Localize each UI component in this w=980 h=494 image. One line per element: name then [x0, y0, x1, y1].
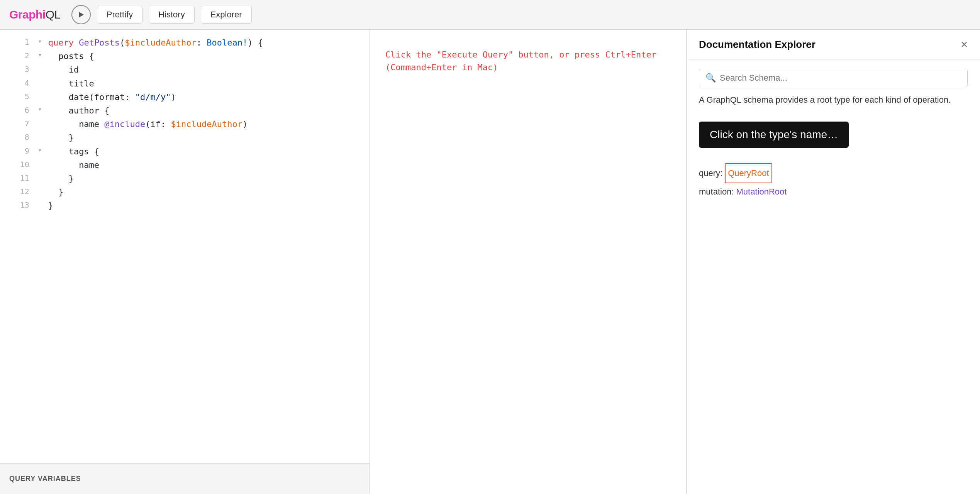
line-arrow: ▾ [36, 104, 48, 117]
tooltip-box: Click on the type's name… [699, 122, 849, 148]
docs-header: Documentation Explorer × [687, 30, 980, 59]
explorer-button[interactable]: Explorer [201, 6, 252, 24]
results-line2: (Command+Enter in Mac) [385, 63, 498, 72]
history-button[interactable]: History [149, 6, 194, 24]
line-arrow [36, 77, 48, 90]
main-content: 1▾query GetPosts($includeAuthor: Boolean… [0, 30, 980, 494]
code-token: name [48, 119, 105, 129]
code-line: 6▾ author { [0, 104, 370, 117]
line-arrow: ▾ [36, 49, 48, 63]
line-number: 10 [0, 158, 36, 172]
line-arrow [36, 63, 48, 76]
code-line: 4 title [0, 77, 370, 90]
docs-schema: query:QueryRootmutation:MutationRoot [687, 154, 980, 210]
execute-button[interactable] [71, 5, 91, 24]
code-token: $includeAuthor [125, 38, 196, 47]
docs-search-bar: 🔍 [699, 69, 968, 87]
code-token: GetPosts [79, 38, 120, 47]
app-title: GraphiQL [9, 8, 61, 21]
line-content: date(format: "d/m/y") [48, 90, 370, 104]
tooltip-overlay: Click on the type's name… [699, 122, 968, 148]
line-arrow [36, 172, 48, 185]
code-token: ) { [248, 38, 263, 47]
code-line: 8 } [0, 131, 370, 144]
line-arrow [36, 158, 48, 172]
code-line: 5 date(format: "d/m/y") [0, 90, 370, 104]
line-arrow [36, 117, 48, 131]
line-number: 7 [0, 117, 36, 131]
line-number: 13 [0, 199, 36, 212]
schema-type-link[interactable]: QueryRoot [725, 163, 772, 183]
code-token: author { [48, 106, 110, 115]
line-number: 6 [0, 104, 36, 117]
code-line: 2▾ posts { [0, 49, 370, 63]
code-token: query [48, 38, 79, 47]
line-number: 12 [0, 185, 36, 199]
code-token: "d/m/y" [135, 92, 171, 102]
results-line1: Click the "Execute Query" button, or pre… [385, 50, 656, 59]
line-content: author { [48, 104, 370, 117]
code-token: ) [171, 92, 176, 102]
code-token: id [48, 65, 79, 74]
line-arrow [36, 131, 48, 144]
line-number: 4 [0, 77, 36, 90]
code-token: name [48, 160, 99, 170]
code-token: @include [104, 119, 145, 129]
line-content: id [48, 63, 370, 76]
code-token: Boolean! [207, 38, 248, 47]
line-content: tags { [48, 145, 370, 158]
code-token: tags { [48, 147, 99, 156]
line-content: } [48, 199, 370, 212]
query-variables-bar: QUERY VARIABLES [0, 463, 370, 494]
results-pane: Click the "Execute Query" button, or pre… [370, 30, 687, 494]
line-number: 3 [0, 63, 36, 76]
query-vars-label: QUERY VARIABLES [9, 475, 81, 483]
code-token: } [48, 201, 53, 210]
code-token: } [48, 187, 64, 197]
docs-title: Documentation Explorer [699, 39, 816, 51]
line-number: 11 [0, 172, 36, 185]
code-line: 9▾ tags { [0, 145, 370, 158]
code-line: 12 } [0, 185, 370, 199]
line-arrow [36, 185, 48, 199]
line-content: name @include(if: $includeAuthor) [48, 117, 370, 131]
search-icon: 🔍 [705, 73, 716, 83]
code-line: 11 } [0, 172, 370, 185]
docs-close-button[interactable]: × [961, 39, 968, 50]
code-token: } [48, 133, 74, 142]
toolbar: GraphiQL Prettify History Explorer [0, 0, 980, 30]
code-line: 10 name [0, 158, 370, 172]
schema-label: mutation: [699, 183, 734, 200]
line-arrow [36, 199, 48, 212]
line-number: 8 [0, 131, 36, 144]
code-token: : [197, 38, 207, 47]
prettify-button[interactable]: Prettify [97, 6, 142, 24]
schema-type-link[interactable]: MutationRoot [736, 183, 787, 200]
schema-line: query:QueryRoot [699, 163, 968, 183]
line-content: title [48, 77, 370, 90]
code-token: title [48, 79, 94, 88]
code-editor[interactable]: 1▾query GetPosts($includeAuthor: Boolean… [0, 30, 370, 463]
line-content: posts { [48, 49, 370, 63]
code-token: ( [120, 38, 125, 47]
line-number: 5 [0, 90, 36, 104]
schema-line: mutation:MutationRoot [699, 183, 968, 200]
code-line: 3 id [0, 63, 370, 76]
schema-search-input[interactable] [720, 73, 961, 83]
code-token: (if: [145, 119, 171, 129]
editor-pane: 1▾query GetPosts($includeAuthor: Boolean… [0, 30, 370, 494]
line-arrow [36, 90, 48, 104]
code-line: 13} [0, 199, 370, 212]
line-content: } [48, 131, 370, 144]
line-arrow: ▾ [36, 36, 48, 49]
schema-label: query: [699, 165, 722, 182]
line-content: } [48, 172, 370, 185]
code-token: date(format: [48, 92, 135, 102]
line-number: 1 [0, 36, 36, 49]
line-content: query GetPosts($includeAuthor: Boolean!)… [48, 36, 370, 49]
line-arrow: ▾ [36, 145, 48, 158]
code-token: posts { [48, 51, 94, 61]
results-message: Click the "Execute Query" button, or pre… [385, 48, 656, 74]
code-line: 1▾query GetPosts($includeAuthor: Boolean… [0, 36, 370, 49]
code-token: } [48, 174, 74, 183]
